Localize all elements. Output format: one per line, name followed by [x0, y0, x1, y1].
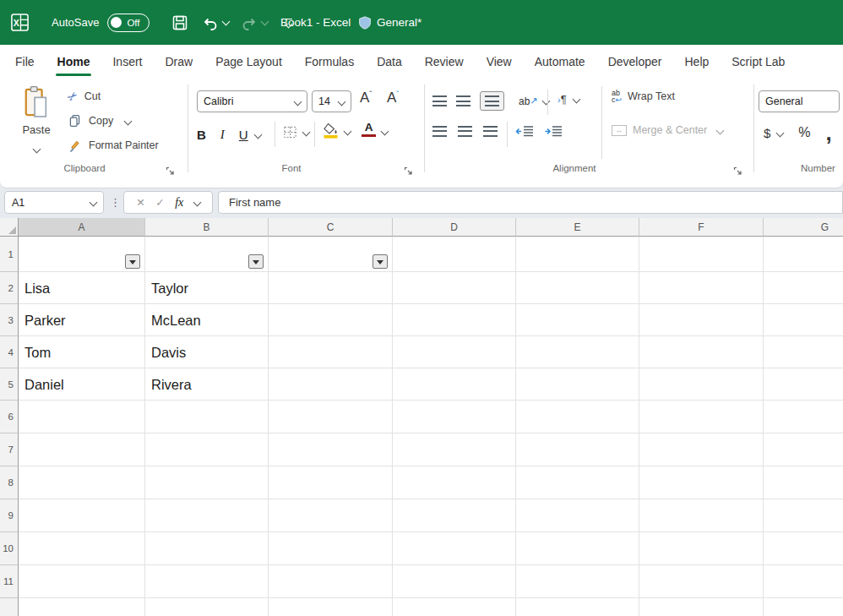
cell-C11[interactable] — [269, 565, 393, 598]
number-format-combobox[interactable]: General — [759, 90, 840, 112]
tab-page-layout[interactable]: Page Layout — [215, 55, 282, 68]
cell-G6[interactable] — [764, 401, 843, 433]
clipboard-dialog-launcher-icon[interactable] — [166, 164, 176, 174]
tab-draw[interactable]: Draw — [165, 55, 193, 68]
cell-C5[interactable] — [269, 368, 393, 401]
cell-F6[interactable] — [639, 401, 764, 433]
cell-F11[interactable] — [639, 565, 764, 598]
save-icon[interactable] — [171, 14, 188, 31]
cell-F3[interactable] — [639, 304, 764, 336]
cell-E3[interactable] — [516, 304, 639, 336]
cell-D3[interactable] — [393, 304, 516, 336]
font-color-button[interactable]: A — [362, 122, 376, 137]
cell-D11[interactable] — [393, 565, 516, 598]
table-cell[interactable]: McLean — [145, 304, 269, 336]
cell-E1[interactable] — [516, 237, 639, 272]
name-box[interactable]: A1 — [4, 191, 104, 214]
paste-button[interactable]: Paste — [14, 84, 59, 155]
column-header-D[interactable]: D — [393, 218, 516, 237]
row-header-8[interactable]: 8 — [0, 466, 19, 499]
comma-format-button[interactable]: , — [826, 128, 832, 137]
table-cell[interactable]: Parker — [19, 304, 145, 336]
autosave-toggle[interactable]: Off — [107, 14, 150, 32]
cell-F5[interactable] — [639, 368, 764, 401]
row-header-12[interactable] — [0, 598, 19, 616]
cell-D5[interactable] — [393, 368, 516, 401]
underline-dropdown-icon[interactable] — [253, 130, 262, 139]
tab-data[interactable]: Data — [377, 55, 402, 68]
cell-D6[interactable] — [393, 401, 516, 433]
row-header-9[interactable]: 9 — [0, 499, 19, 532]
cell-F4[interactable] — [639, 336, 764, 368]
row-header-1[interactable]: 1 — [0, 237, 19, 272]
cell-C10[interactable] — [269, 532, 393, 565]
filter-dropdown-button[interactable] — [125, 254, 140, 269]
orientation-dropdown-icon[interactable] — [541, 97, 550, 106]
row-header-3[interactable]: 3 — [0, 304, 19, 336]
paste-dropdown-icon[interactable] — [32, 145, 41, 154]
borders-dropdown-icon[interactable] — [302, 128, 311, 137]
cell-E8[interactable] — [516, 466, 639, 499]
cell-C9[interactable] — [269, 499, 393, 532]
formula-input[interactable]: First name — [218, 191, 843, 214]
tab-file[interactable]: File — [15, 55, 35, 68]
cell-E10[interactable] — [516, 532, 639, 565]
tab-automate[interactable]: Automate — [535, 55, 585, 68]
row-header-4[interactable]: 4 — [0, 336, 19, 368]
font-size-combobox[interactable]: 14 — [312, 90, 351, 112]
column-header-E[interactable]: E — [516, 218, 639, 237]
align-left-button[interactable] — [432, 126, 447, 137]
bold-button[interactable]: B — [197, 128, 206, 142]
cell-F7[interactable] — [639, 433, 764, 466]
cell-E11[interactable] — [516, 565, 639, 598]
align-right-button[interactable] — [483, 126, 498, 137]
cell-B7[interactable] — [145, 433, 269, 466]
sensitivity-badge[interactable]: General* — [358, 0, 422, 45]
tab-view[interactable]: View — [487, 55, 512, 68]
cell-A6[interactable] — [19, 401, 145, 433]
cell-D12[interactable] — [393, 598, 516, 616]
increase-indent-button[interactable] — [544, 126, 563, 137]
cell-E4[interactable] — [516, 336, 639, 368]
cell-E12[interactable] — [516, 598, 639, 616]
cell-E7[interactable] — [516, 433, 639, 466]
cell-B6[interactable] — [145, 401, 269, 433]
align-center-button[interactable] — [458, 126, 472, 137]
cancel-icon[interactable]: ✕ — [136, 196, 144, 209]
enter-icon[interactable]: ✓ — [155, 196, 164, 209]
fill-color-dropdown-icon[interactable] — [344, 127, 352, 135]
cell-G2[interactable] — [764, 272, 843, 304]
borders-button[interactable] — [283, 125, 309, 139]
cell-C7[interactable] — [269, 433, 393, 466]
decrease-indent-button[interactable] — [515, 126, 534, 137]
cell-C12[interactable] — [269, 598, 393, 616]
cell-A12[interactable] — [19, 598, 145, 616]
select-all-corner[interactable] — [0, 218, 19, 237]
row-header-6[interactable]: 6 — [0, 401, 19, 433]
cell-F9[interactable] — [639, 499, 764, 532]
cell-G3[interactable] — [764, 304, 843, 336]
cell-G4[interactable] — [764, 336, 843, 368]
tab-insert[interactable]: Insert — [112, 55, 142, 68]
undo-button[interactable] — [202, 14, 229, 31]
cell-C6[interactable] — [269, 401, 393, 433]
cell-A8[interactable] — [19, 466, 145, 499]
insert-function-icon[interactable]: fx — [175, 196, 183, 210]
cell-C8[interactable] — [269, 466, 393, 499]
cut-button[interactable]: ✂ Cut — [68, 89, 101, 104]
cell-G12[interactable] — [764, 598, 843, 616]
row-header-5[interactable]: 5 — [0, 368, 19, 401]
cell-B11[interactable] — [145, 565, 269, 598]
cell-C4[interactable] — [269, 336, 393, 368]
column-header-B[interactable]: B — [145, 218, 269, 237]
excel-logo-icon[interactable]: X — [10, 13, 30, 32]
cell-D1[interactable] — [393, 237, 516, 272]
cell-A10[interactable] — [19, 532, 145, 565]
cell-D7[interactable] — [393, 433, 516, 466]
cell-B10[interactable] — [145, 532, 269, 565]
table-cell[interactable]: Taylor — [145, 272, 269, 304]
currency-dropdown-icon[interactable] — [776, 128, 785, 137]
row-header-2[interactable]: 2 — [0, 272, 19, 304]
cell-G1[interactable] — [764, 237, 843, 272]
cell-D8[interactable] — [393, 466, 516, 499]
